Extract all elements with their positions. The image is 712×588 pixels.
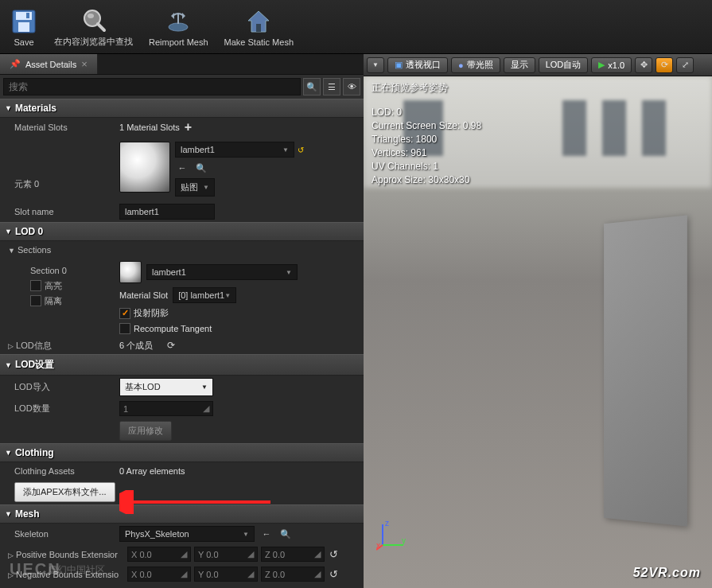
isolate-checkbox[interactable] xyxy=(30,295,41,306)
make-static-mesh-button[interactable]: Make Static Mesh xyxy=(221,6,297,49)
cast-shadow-checkbox[interactable] xyxy=(119,308,130,319)
apply-changes-button[interactable]: 应用修改 xyxy=(119,421,172,441)
neg-x-input[interactable]: X 0.0◢ xyxy=(127,567,191,582)
tab-asset-details[interactable]: 📌 Asset Details × xyxy=(0,54,98,74)
browse-to-button[interactable]: 🔍 xyxy=(278,527,293,541)
skeleton-dropdown[interactable]: PhysX_Skeleton▼ xyxy=(119,526,255,542)
slot-name-input[interactable] xyxy=(119,204,215,220)
lit-mode-button[interactable]: ●带光照 xyxy=(451,57,500,73)
save-label: Save xyxy=(14,37,33,47)
viewport-options-button[interactable]: ▼ xyxy=(367,57,384,73)
3d-viewport[interactable]: 正在预览参考姿势 LOD: 0 Current Screen Size: 0.9… xyxy=(364,76,712,588)
browse-to-button[interactable]: 🔍 xyxy=(194,161,208,175)
svg-point-7 xyxy=(169,23,188,31)
playback-speed-button[interactable]: ▶x1.0 xyxy=(591,57,632,73)
rotate-icon: ⟳ xyxy=(661,60,668,70)
magnify-globe-icon xyxy=(80,6,108,34)
members-count: 6 个成员 xyxy=(119,340,153,352)
recompute-tangent-label: Recompute Tangent xyxy=(134,324,212,333)
svg-marker-9 xyxy=(182,13,185,19)
category-clothing[interactable]: ▼Clothing xyxy=(0,443,364,462)
scale-tool-button[interactable]: ⤢ xyxy=(676,57,694,73)
section-material-thumbnail[interactable] xyxy=(119,261,142,283)
stat-uv: UV Channels: 1 xyxy=(372,160,481,173)
eye-icon: 👁 xyxy=(348,82,356,92)
main-toolbar: Save 在内容浏览器中查找 Reimport Mesh Make Static… xyxy=(0,0,712,54)
pos-z-input[interactable]: Z 0.0◢ xyxy=(261,547,325,562)
pos-x-input[interactable]: X 0.0◢ xyxy=(127,547,191,562)
collapse-arrow-icon: ▼ xyxy=(5,510,12,518)
svg-rect-11 xyxy=(256,24,261,32)
save-button[interactable]: Save xyxy=(6,6,41,49)
collapse-arrow-icon: ▼ xyxy=(5,104,12,112)
viewport-stats: 正在预览参考姿势 LOD: 0 Current Screen Size: 0.9… xyxy=(372,81,481,187)
stat-lod: LOD: 0 xyxy=(372,106,481,119)
search-input[interactable] xyxy=(3,78,301,95)
search-button[interactable]: 🔍 xyxy=(303,78,321,95)
house-mesh-icon xyxy=(244,7,273,36)
rotate-tool-button[interactable]: ⟳ xyxy=(656,57,673,73)
view-options-button[interactable]: ☰ xyxy=(323,78,340,95)
reset-icon[interactable]: ↺ xyxy=(329,568,338,580)
reimport-button[interactable]: Reimport Mesh xyxy=(146,6,212,49)
chevron-down-icon: ▼ xyxy=(286,269,292,276)
slot-name-label: Slot name xyxy=(8,207,119,216)
expand-arrow-icon[interactable]: ▼ xyxy=(8,247,15,255)
neg-z-input[interactable]: Z 0.0◢ xyxy=(261,567,325,582)
category-lod0[interactable]: ▼LOD 0 xyxy=(0,222,364,241)
add-apex-cloth-button[interactable]: 添加APEX布料文件... xyxy=(14,482,115,502)
cast-shadow-label: 投射阴影 xyxy=(134,307,169,319)
mesh-preview xyxy=(604,215,687,526)
add-material-slot-button[interactable]: + xyxy=(185,120,192,134)
show-button[interactable]: 显示 xyxy=(504,57,535,73)
preview-status: 正在预览参考姿势 xyxy=(372,81,481,95)
element-0-label: 元素 0 xyxy=(8,142,119,190)
texture-dropdown[interactable]: 贴图▼ xyxy=(175,178,215,197)
floppy-disk-icon xyxy=(10,7,38,36)
cube-icon: ▣ xyxy=(395,60,403,70)
svg-line-6 xyxy=(98,24,104,30)
highlight-checkbox[interactable] xyxy=(30,280,41,291)
material-slot-dropdown[interactable]: [0] lambert1▼ xyxy=(173,287,236,303)
neg-y-input[interactable]: Y 0.0◢ xyxy=(194,567,258,582)
viewport-panel: ▼ ▣透视视口 ●带光照 显示 LOD自动 ▶x1.0 ✥ ⟳ ⤢ 正在预览参考… xyxy=(364,54,712,588)
material-slot-label: Material Slot xyxy=(119,290,168,300)
reset-badge-icon[interactable]: ↺ xyxy=(298,146,304,154)
details-panel: 📌 Asset Details × 🔍 ☰ 👁 ▼Materials Mater… xyxy=(0,54,364,588)
reset-icon[interactable]: ↺ xyxy=(329,548,338,560)
stat-screensize: Current Screen Size: 0.98 xyxy=(372,119,481,133)
material-dropdown[interactable]: lambert1▼ xyxy=(175,142,294,158)
lod-import-dropdown[interactable]: 基本LOD▼ xyxy=(119,378,213,396)
material-thumbnail[interactable] xyxy=(119,142,170,193)
watermark-uecn-sub: 虚幻中国社区 xyxy=(48,563,105,577)
perspective-button[interactable]: ▣透视视口 xyxy=(387,57,448,73)
tab-bar: 📌 Asset Details × xyxy=(0,54,364,75)
expand-arrow-icon[interactable]: ▷ xyxy=(8,342,14,350)
category-mesh[interactable]: ▼Mesh xyxy=(0,504,364,524)
collapse-arrow-icon: ▼ xyxy=(5,449,12,457)
svg-text:z: z xyxy=(385,520,389,528)
move-tool-button[interactable]: ✥ xyxy=(635,57,652,73)
expand-arrow-icon[interactable]: ▷ xyxy=(8,551,14,559)
category-materials[interactable]: ▼Materials xyxy=(0,99,364,118)
use-selected-button[interactable]: ← xyxy=(175,161,189,175)
chevron-down-icon: ▼ xyxy=(243,531,249,538)
use-selected-button[interactable]: ← xyxy=(259,527,274,541)
watermark-text: 52VR.com xyxy=(633,566,701,580)
close-icon[interactable]: × xyxy=(81,58,88,70)
category-lod-settings[interactable]: ▼LOD设置 xyxy=(0,354,364,376)
move-icon: ✥ xyxy=(640,60,648,70)
positive-bounds-label: Positive Bounds Extensior xyxy=(16,550,118,559)
filter-button[interactable]: 👁 xyxy=(343,78,360,95)
lod-import-label: LOD导入 xyxy=(8,381,119,393)
find-in-browser-button[interactable]: 在内容浏览器中查找 xyxy=(51,4,136,49)
recompute-tangent-checkbox[interactable] xyxy=(119,323,130,334)
pin-icon: 📌 xyxy=(10,59,21,69)
section-material-dropdown[interactable]: lambert1▼ xyxy=(146,264,298,280)
spinner-icon[interactable]: ◢ xyxy=(203,403,209,414)
refresh-icon[interactable]: ⟳ xyxy=(167,340,175,351)
lod-count-input[interactable]: 1◢ xyxy=(119,401,213,416)
svg-text:x: x xyxy=(376,541,380,550)
pos-y-input[interactable]: Y 0.0◢ xyxy=(194,547,258,562)
lod-auto-button[interactable]: LOD自动 xyxy=(539,57,589,73)
